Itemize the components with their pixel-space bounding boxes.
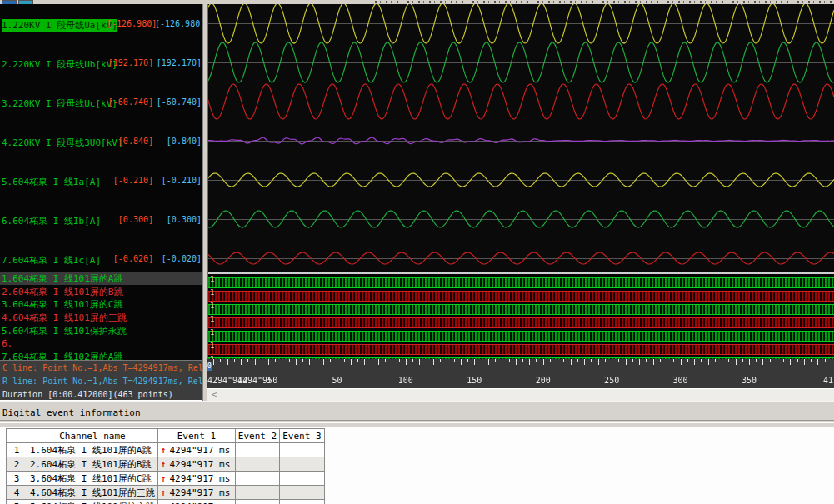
time-ruler[interactable]	[207, 359, 834, 388]
event-section: Digital event information Channel nameEv…	[0, 401, 834, 504]
duration-status: Duration [0:00.412000](463 points)	[2, 390, 173, 399]
analog-channel-label[interactable]: 6.604柘泉 I 线Ib[A]	[2, 215, 101, 227]
analog-channel-row[interactable]: 6.604柘泉 I 线Ib[A][0.300][0.300]	[0, 200, 202, 239]
event-time: 4294"917 ms	[169, 473, 230, 484]
r-cursor-value: [-0.210]	[155, 176, 202, 185]
c-cursor-value: [-0.020]	[107, 254, 153, 263]
c-cursor-value: [0.300]	[107, 215, 153, 224]
event-row-number: 2	[7, 457, 27, 472]
event3-cell	[280, 486, 324, 500]
analog-channel-row[interactable]: 4.220KV I 段母线3U0[kV][0.840][0.840]	[0, 122, 202, 161]
rising-edge-icon: ↑	[161, 502, 167, 504]
digital-state-bar[interactable]	[208, 317, 834, 328]
event-table-row[interactable]: 33.604柘泉 I 线101屏的C跳↑4294"917 ms	[7, 472, 325, 486]
event-channel-name: 3.604柘泉 I 线101屏的C跳	[27, 472, 158, 486]
r-cursor-value: [192.170]	[155, 58, 202, 67]
section-separator	[0, 420, 834, 423]
digital-state-value: 1	[210, 275, 214, 283]
event1-cell: ↑4294"917 ms	[157, 457, 235, 472]
event-time: 4294"917 ms	[169, 487, 230, 498]
c-cursor-line[interactable]	[207, 4, 208, 359]
analog-channel-label[interactable]: 3.220KV I 段母线Uc[kV]	[2, 97, 117, 110]
analog-waveform-canvas[interactable]	[207, 4, 834, 272]
analog-channel-label[interactable]: 4.220KV I 段母线3U0[kV]	[2, 137, 123, 149]
event-table-row[interactable]: 11.604柘泉 I 线101屏的A跳↑4294"917 ms	[7, 443, 325, 457]
rising-edge-icon: ↑	[161, 459, 167, 470]
event3-cell	[280, 443, 324, 457]
digital-state-bar[interactable]	[208, 331, 834, 342]
event2-cell	[235, 472, 279, 486]
r-cursor-value: [0.300]	[155, 215, 202, 224]
event2-cell	[235, 443, 279, 457]
analog-channel-label[interactable]: 7.604柘泉 I 线Ic[A]	[2, 254, 101, 267]
event-table-header-e3: Event 3	[280, 429, 324, 443]
digital-state-value: 1	[210, 342, 214, 350]
channel-list-panel: 1.220KV I 段母线Ua[kV][-126.980][-126.980]2…	[0, 4, 202, 401]
event-row-number: 1	[7, 443, 27, 457]
digital-channel-row[interactable]: 3.604柘泉 I 线101屏的C跳	[0, 298, 202, 311]
event3-cell	[280, 472, 324, 486]
c-line-status: C line: Point No.=1,Abs T=4294917ms, Rel…	[2, 363, 202, 372]
event3-cell	[280, 457, 324, 472]
r-cursor-value: [-126.980]	[155, 19, 202, 28]
event-row-number: 5	[7, 500, 27, 504]
scroll-left-arrow[interactable]: <	[208, 389, 220, 401]
event-table-row[interactable]: 44.604柘泉 I 线101屏的三跳↑4294"917 ms	[7, 486, 325, 500]
event-channel-name: 5.604柘泉 I 线101保护永跳	[27, 500, 158, 504]
digital-channel-row[interactable]: 5.604柘泉 I 线101保护永跳	[0, 325, 202, 337]
analog-channel-label[interactable]: 2.220KV I 段母线Ub[kV]	[2, 58, 117, 71]
event-time: 4294"917 ms	[169, 502, 230, 504]
event1-cell: ↑4294"917 ms	[157, 443, 235, 457]
digital-trace-area[interactable]: 1111111	[207, 272, 834, 359]
event-table-header-e2: Event 2	[235, 429, 279, 443]
event-table-header-name: Channel name	[27, 429, 158, 443]
digital-state-value: 1	[210, 328, 214, 337]
event-table-panel: Channel nameEvent 1Event 2Event 311.604柘…	[0, 427, 834, 504]
digital-channel-row[interactable]: 1.604柘泉 I 线101屏的A跳	[0, 272, 202, 285]
digital-channel-row[interactable]: 6.	[0, 338, 202, 351]
analog-channel-label[interactable]: 1.220KV I 段母线Ua[kV]	[2, 19, 117, 32]
analog-channel-row[interactable]: 2.220KV I 段母线Ub[kV][192.170][192.170]	[0, 43, 202, 82]
event-time: 4294"917 ms	[169, 445, 230, 456]
r-cursor-value: [-60.740]	[155, 97, 202, 107]
digital-state-value: 1	[210, 288, 214, 297]
event-row-number: 4	[7, 486, 27, 500]
clipped-title-text	[375, 1, 834, 3]
event-table-row[interactable]: 22.604柘泉 I 线101屏的B跳↑4294"917 ms	[7, 457, 325, 472]
c-cursor-value: [-0.210]	[107, 176, 153, 185]
analog-channel-label[interactable]: 5.604柘泉 I 线Ia[A]	[2, 176, 101, 188]
waveform-panel[interactable]: 1111111 <	[207, 4, 834, 401]
r-line-status: R line: Point No.=1,Abs T=4294917ms, Rel…	[2, 377, 202, 386]
rising-edge-icon: ↑	[161, 487, 167, 498]
cursor-status-box: C line: Point No.=1,Abs T=4294917ms, Rel…	[0, 360, 202, 401]
event1-cell: ↑4294"917 ms	[157, 472, 235, 486]
c-cursor-value: [-126.980]	[107, 19, 153, 28]
horizontal-scrollbar[interactable]: <	[207, 388, 834, 401]
event2-cell	[235, 500, 279, 504]
r-cursor-value: [0.840]	[155, 137, 202, 146]
digital-channel-row[interactable]: 2.604柘泉 I 线101屏的B跳	[0, 286, 202, 298]
analog-channel-row[interactable]: 1.220KV I 段母线Ua[kV][-126.980][-126.980]	[0, 4, 202, 43]
event-time: 4294"917 ms	[169, 459, 230, 470]
event3-cell	[280, 500, 324, 504]
event1-cell: ↑4294"917 ms	[157, 486, 235, 500]
r-cursor-value: [-0.020]	[155, 254, 202, 263]
event-row-number: 3	[7, 472, 27, 486]
rising-edge-icon: ↑	[161, 473, 167, 484]
analog-channel-row[interactable]: 3.220KV I 段母线Uc[kV][-60.740][-60.740]	[0, 82, 202, 122]
event-channel-name: 4.604柘泉 I 线101屏的三跳	[27, 486, 158, 500]
event-table-row[interactable]: 55.604柘泉 I 线101保护永跳↑4294"917 ms	[7, 500, 325, 504]
event2-cell	[235, 457, 279, 472]
analog-channel-row[interactable]: 5.604柘泉 I 线Ia[A][-0.210][-0.210]	[0, 161, 202, 200]
digital-channel-row[interactable]: 4.604柘泉 I 线101屏的三跳	[0, 312, 202, 324]
digital-state-bar[interactable]	[208, 277, 834, 288]
event-table: Channel nameEvent 1Event 2Event 311.604柘…	[6, 428, 325, 504]
digital-state-bar[interactable]	[208, 291, 834, 302]
event-table-header-e1: Event 1	[157, 429, 235, 443]
c-cursor-value: [0.840]	[107, 137, 153, 146]
digital-state-value: 1	[210, 302, 214, 310]
event2-cell	[235, 486, 279, 500]
c-cursor-value: [-60.740]	[107, 97, 153, 107]
digital-state-bar[interactable]	[208, 304, 834, 315]
digital-state-bar[interactable]	[208, 344, 834, 355]
